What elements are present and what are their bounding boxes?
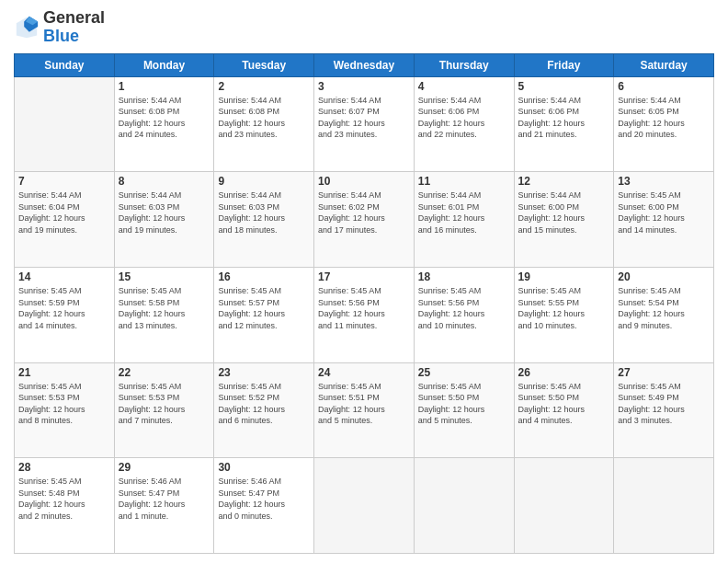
day-number: 27: [618, 366, 710, 379]
week-row-5: 28Sunrise: 5:45 AM Sunset: 5:48 PM Dayli…: [15, 458, 714, 554]
calendar-cell: 7Sunrise: 5:44 AM Sunset: 6:04 PM Daylig…: [15, 172, 115, 268]
day-number: 15: [119, 270, 210, 283]
calendar-cell: 10Sunrise: 5:44 AM Sunset: 6:02 PM Dayli…: [314, 172, 415, 268]
day-number: 20: [618, 270, 710, 283]
day-info: Sunrise: 5:45 AM Sunset: 5:53 PM Dayligh…: [119, 381, 210, 427]
calendar-cell: 29Sunrise: 5:46 AM Sunset: 5:47 PM Dayli…: [114, 458, 214, 554]
day-info: Sunrise: 5:45 AM Sunset: 5:48 PM Dayligh…: [18, 476, 110, 522]
week-row-2: 7Sunrise: 5:44 AM Sunset: 6:04 PM Daylig…: [15, 172, 714, 268]
day-info: Sunrise: 5:45 AM Sunset: 5:59 PM Dayligh…: [18, 285, 110, 331]
day-info: Sunrise: 5:44 AM Sunset: 6:03 PM Dayligh…: [218, 190, 310, 236]
day-number: 7: [18, 175, 110, 188]
calendar-cell: 13Sunrise: 5:45 AM Sunset: 6:00 PM Dayli…: [614, 172, 714, 268]
weekday-header-thursday: Thursday: [414, 53, 514, 76]
day-info: Sunrise: 5:45 AM Sunset: 5:53 PM Dayligh…: [18, 381, 110, 427]
day-number: 28: [18, 461, 110, 474]
week-row-4: 21Sunrise: 5:45 AM Sunset: 5:53 PM Dayli…: [15, 362, 714, 458]
week-row-3: 14Sunrise: 5:45 AM Sunset: 5:59 PM Dayli…: [15, 267, 714, 362]
day-number: 11: [418, 175, 510, 188]
calendar-cell: 9Sunrise: 5:44 AM Sunset: 6:03 PM Daylig…: [214, 172, 314, 268]
calendar-cell: 18Sunrise: 5:45 AM Sunset: 5:56 PM Dayli…: [414, 267, 514, 362]
day-number: 30: [218, 461, 310, 474]
day-info: Sunrise: 5:44 AM Sunset: 6:07 PM Dayligh…: [318, 95, 410, 141]
day-number: 12: [518, 175, 610, 188]
day-number: 24: [318, 366, 410, 379]
weekday-header-saturday: Saturday: [614, 53, 714, 76]
calendar-cell: 8Sunrise: 5:44 AM Sunset: 6:03 PM Daylig…: [114, 172, 214, 268]
day-info: Sunrise: 5:46 AM Sunset: 5:47 PM Dayligh…: [218, 476, 310, 522]
calendar-cell: 24Sunrise: 5:45 AM Sunset: 5:51 PM Dayli…: [314, 362, 415, 458]
calendar-cell: [514, 458, 614, 554]
weekday-header-sunday: Sunday: [15, 53, 115, 76]
day-info: Sunrise: 5:45 AM Sunset: 5:50 PM Dayligh…: [418, 381, 510, 427]
day-info: Sunrise: 5:44 AM Sunset: 6:06 PM Dayligh…: [418, 95, 510, 141]
day-info: Sunrise: 5:44 AM Sunset: 6:02 PM Dayligh…: [318, 190, 410, 236]
calendar-cell: 20Sunrise: 5:45 AM Sunset: 5:54 PM Dayli…: [614, 267, 714, 362]
day-info: Sunrise: 5:45 AM Sunset: 5:56 PM Dayligh…: [418, 285, 510, 331]
day-number: 1: [119, 80, 210, 93]
day-number: 8: [119, 175, 210, 188]
day-info: Sunrise: 5:44 AM Sunset: 6:05 PM Dayligh…: [618, 95, 710, 141]
calendar-cell: [614, 458, 714, 554]
day-info: Sunrise: 5:44 AM Sunset: 6:08 PM Dayligh…: [119, 95, 210, 141]
day-number: 19: [518, 270, 610, 283]
day-number: 9: [218, 175, 310, 188]
calendar-cell: [15, 76, 115, 172]
calendar-cell: 28Sunrise: 5:45 AM Sunset: 5:48 PM Dayli…: [15, 458, 115, 554]
page: General Blue SundayMondayTuesdayWednesda…: [0, 0, 728, 563]
day-info: Sunrise: 5:45 AM Sunset: 5:55 PM Dayligh…: [518, 285, 610, 331]
calendar-cell: 11Sunrise: 5:44 AM Sunset: 6:01 PM Dayli…: [414, 172, 514, 268]
day-number: 22: [119, 366, 210, 379]
day-info: Sunrise: 5:45 AM Sunset: 5:50 PM Dayligh…: [518, 381, 610, 427]
weekday-header-monday: Monday: [114, 53, 214, 76]
calendar-cell: 22Sunrise: 5:45 AM Sunset: 5:53 PM Dayli…: [114, 362, 214, 458]
calendar-cell: 2Sunrise: 5:44 AM Sunset: 6:08 PM Daylig…: [214, 76, 314, 172]
day-number: 10: [318, 175, 410, 188]
day-info: Sunrise: 5:45 AM Sunset: 5:56 PM Dayligh…: [318, 285, 410, 331]
day-info: Sunrise: 5:45 AM Sunset: 5:54 PM Dayligh…: [618, 285, 710, 331]
calendar-cell: 16Sunrise: 5:45 AM Sunset: 5:57 PM Dayli…: [214, 267, 314, 362]
calendar-cell: 23Sunrise: 5:45 AM Sunset: 5:52 PM Dayli…: [214, 362, 314, 458]
day-info: Sunrise: 5:45 AM Sunset: 5:51 PM Dayligh…: [318, 381, 410, 427]
calendar-cell: [414, 458, 514, 554]
day-number: 14: [18, 270, 110, 283]
calendar-cell: 3Sunrise: 5:44 AM Sunset: 6:07 PM Daylig…: [314, 76, 415, 172]
day-number: 18: [418, 270, 510, 283]
calendar-cell: 30Sunrise: 5:46 AM Sunset: 5:47 PM Dayli…: [214, 458, 314, 554]
day-number: 23: [218, 366, 310, 379]
day-number: 17: [318, 270, 410, 283]
day-info: Sunrise: 5:44 AM Sunset: 6:00 PM Dayligh…: [518, 190, 610, 236]
calendar-cell: 27Sunrise: 5:45 AM Sunset: 5:49 PM Dayli…: [614, 362, 714, 458]
calendar-cell: 17Sunrise: 5:45 AM Sunset: 5:56 PM Dayli…: [314, 267, 415, 362]
calendar-cell: [314, 458, 415, 554]
day-number: 26: [518, 366, 610, 379]
day-number: 16: [218, 270, 310, 283]
calendar-cell: 5Sunrise: 5:44 AM Sunset: 6:06 PM Daylig…: [514, 76, 614, 172]
calendar-cell: 26Sunrise: 5:45 AM Sunset: 5:50 PM Dayli…: [514, 362, 614, 458]
day-number: 25: [418, 366, 510, 379]
weekday-header-wednesday: Wednesday: [314, 53, 415, 76]
calendar-cell: 14Sunrise: 5:45 AM Sunset: 5:59 PM Dayli…: [15, 267, 115, 362]
weekday-header-row: SundayMondayTuesdayWednesdayThursdayFrid…: [15, 53, 714, 76]
day-info: Sunrise: 5:44 AM Sunset: 6:03 PM Dayligh…: [119, 190, 210, 236]
day-number: 2: [218, 80, 310, 93]
logo-icon: [14, 15, 40, 40]
weekday-header-tuesday: Tuesday: [214, 53, 314, 76]
calendar-cell: 1Sunrise: 5:44 AM Sunset: 6:08 PM Daylig…: [114, 76, 214, 172]
day-info: Sunrise: 5:44 AM Sunset: 6:04 PM Dayligh…: [18, 190, 110, 236]
header: General Blue: [14, 9, 714, 46]
calendar-cell: 21Sunrise: 5:45 AM Sunset: 5:53 PM Dayli…: [15, 362, 115, 458]
day-info: Sunrise: 5:45 AM Sunset: 5:57 PM Dayligh…: [218, 285, 310, 331]
day-info: Sunrise: 5:45 AM Sunset: 6:00 PM Dayligh…: [618, 190, 710, 236]
day-info: Sunrise: 5:44 AM Sunset: 6:01 PM Dayligh…: [418, 190, 510, 236]
day-number: 3: [318, 80, 410, 93]
day-info: Sunrise: 5:44 AM Sunset: 6:06 PM Dayligh…: [518, 95, 610, 141]
day-info: Sunrise: 5:45 AM Sunset: 5:52 PM Dayligh…: [218, 381, 310, 427]
logo-text: General Blue: [43, 9, 105, 46]
day-number: 29: [119, 461, 210, 474]
calendar-cell: 25Sunrise: 5:45 AM Sunset: 5:50 PM Dayli…: [414, 362, 514, 458]
weekday-header-friday: Friday: [514, 53, 614, 76]
calendar-cell: 6Sunrise: 5:44 AM Sunset: 6:05 PM Daylig…: [614, 76, 714, 172]
day-number: 6: [618, 80, 710, 93]
week-row-1: 1Sunrise: 5:44 AM Sunset: 6:08 PM Daylig…: [15, 76, 714, 172]
